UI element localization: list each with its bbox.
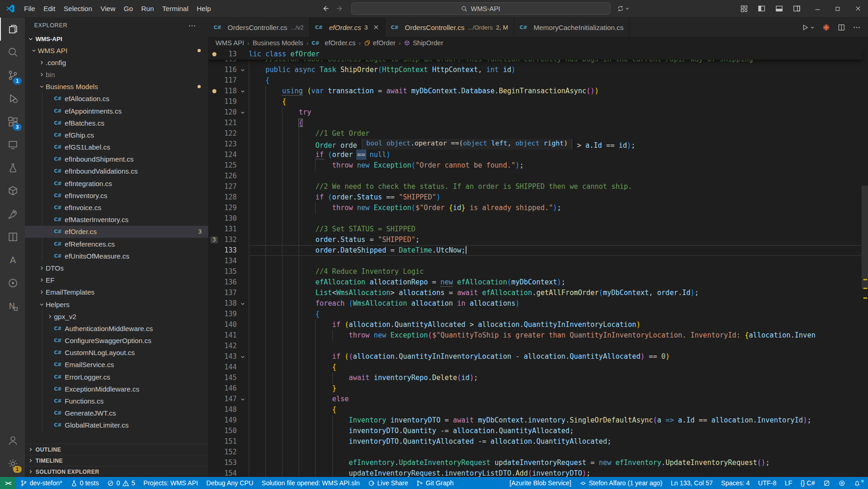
status-problems[interactable]: 05	[103, 479, 139, 487]
explorer-more-actions-icon[interactable]: ⋯	[188, 21, 196, 30]
fold-icon[interactable]	[237, 298, 249, 309]
code-line-116[interactable]: 116 public async Task ShipOrder(HttpCont…	[208, 65, 862, 75]
tree-item-DTOs[interactable]: DTOs	[25, 262, 208, 274]
status-notifications[interactable]	[850, 480, 868, 487]
code-line-124[interactable]: 124 if (order == null)	[208, 150, 862, 160]
panel-left-toggle[interactable]	[754, 2, 769, 16]
tree-item-efInboundShipment.cs[interactable]: C#efInboundShipment.cs	[25, 153, 208, 165]
code-line-121[interactable]: 121 {	[208, 118, 862, 128]
code-line-119[interactable]: 119 {	[208, 97, 862, 107]
tree-item-efReferences.cs[interactable]: C#efReferences.cs	[25, 238, 208, 250]
code-line-147[interactable]: 147 else	[208, 394, 862, 404]
fold-icon[interactable]	[237, 107, 249, 118]
tree-item-efIntegration.cs[interactable]: C#efIntegration.cs	[25, 177, 208, 189]
menu-run[interactable]: Run	[137, 0, 158, 18]
tree-item-GlobalRateLimiter.cs[interactable]: C#GlobalRateLimiter.cs	[25, 419, 208, 431]
tree-item-Functions.cs[interactable]: C#Functions.cs	[25, 395, 208, 407]
code-line-120[interactable]: 120 try	[208, 107, 862, 118]
editor-more-actions[interactable]	[853, 24, 861, 31]
tree-item-gpx_v2[interactable]: gpx_v2	[25, 310, 208, 322]
run-button[interactable]	[801, 24, 815, 31]
activitybar-testing[interactable]	[0, 156, 25, 179]
fold-icon[interactable]	[237, 394, 249, 404]
sync-dropdown-icon[interactable]	[617, 5, 630, 12]
tree-item-.config[interactable]: .config	[25, 56, 208, 68]
code-line-141[interactable]: 141 throw new Exception($"QuantityToShip…	[208, 330, 862, 341]
tree-item-EmailService.cs[interactable]: C#EmailService.cs	[25, 359, 208, 371]
activitybar-nuget[interactable]: N	[0, 295, 25, 318]
activitybar-run-and-debug[interactable]	[0, 87, 25, 110]
tab-OrdersController.cs[interactable]: C#OrdersController.cs.../v2	[208, 18, 310, 37]
activitybar-sonar[interactable]	[0, 272, 25, 295]
status-projects[interactable]: Projects: WMS API	[139, 479, 202, 487]
code-line-133[interactable]: 133 order.DateShipped = DateTime.UtcNow;	[208, 245, 862, 256]
code-line-143[interactable]: 143 if ((allocation.QuantityInInventoryL…	[208, 351, 862, 362]
tree-item-efOrder.cs[interactable]: C#efOrder.cs3	[25, 226, 208, 238]
panel-right-toggle[interactable]	[789, 2, 804, 16]
fold-icon[interactable]	[237, 86, 249, 97]
activitybar-live-share[interactable]	[0, 225, 25, 248]
tree-item-efInboundValidations.cs[interactable]: C#efInboundValidations.cs	[25, 165, 208, 177]
menu-help[interactable]: Help	[192, 0, 215, 18]
breadcrumb-WMS-API[interactable]: WMS API	[216, 39, 244, 47]
code-line-150[interactable]: 150 inventoryDTO.Quantity -= allocation.…	[208, 426, 862, 436]
forward-arrow-icon[interactable]	[336, 5, 344, 12]
menu-go[interactable]: Go	[120, 0, 137, 18]
activitybar-accounts[interactable]	[0, 429, 25, 452]
code-line-149[interactable]: 149 Inventory inventoryDTO = await myDbC…	[208, 415, 862, 426]
tree-item-CustomNLogLayout.cs[interactable]: C#CustomNLogLayout.cs	[25, 347, 208, 359]
status-eol[interactable]: LF	[781, 479, 796, 487]
tab-OrdersController.cs[interactable]: C#OrdersController.cs.../Orders2, M	[385, 18, 514, 37]
menu-selection[interactable]: Selection	[60, 0, 96, 18]
section-timeline[interactable]: TIMELINE	[25, 455, 208, 466]
activitybar-explorer[interactable]	[0, 18, 25, 41]
workspace-section-header[interactable]: WMS-API	[25, 33, 208, 44]
code-line-132[interactable]: 3132 order.Status = "SHIPPED";	[208, 235, 862, 245]
activitybar-remote-explorer[interactable]	[0, 133, 25, 156]
sticky-scroll-line[interactable]: 13lic class efOrder	[208, 49, 862, 60]
code-line-146[interactable]: 146 }	[208, 383, 862, 394]
tree-item-efGhip.cs[interactable]: C#efGhip.cs	[25, 129, 208, 141]
status-solution[interactable]: Solution file opened: WMS API.sln	[257, 479, 364, 487]
tree-item-efGS1Label.cs[interactable]: C#efGS1Label.cs	[25, 141, 208, 153]
activitybar-admin-toolkit[interactable]: A	[0, 248, 25, 272]
tree-item-Helpers[interactable]: Helpers	[25, 298, 208, 310]
tree-item-efAppointments.cs[interactable]: C#efAppointments.cs	[25, 105, 208, 117]
status-remote-indicator[interactable]: ><	[0, 477, 16, 489]
code-line-138[interactable]: 138 foreach (WmsAllocation allocation in…	[208, 298, 862, 309]
activitybar-source-control[interactable]: 1	[0, 64, 25, 87]
activitybar-manage[interactable]: 1	[0, 452, 25, 475]
tree-item-ExceptionMiddleware.cs[interactable]: C#ExceptionMiddleware.cs	[25, 383, 208, 395]
code-line-137[interactable]: 137 List<WmsAllocation> allocations = aw…	[208, 288, 862, 298]
section-solution-explorer[interactable]: SOLUTION EXPLORER	[25, 466, 208, 477]
code-line-154[interactable]: 154 updateInventoryRequest.inventoryList…	[208, 468, 862, 477]
code-line-142[interactable]: 142	[208, 341, 862, 351]
status-ext-status-b[interactable]	[834, 480, 850, 487]
maximize-button[interactable]	[827, 0, 848, 18]
code-line-126[interactable]: 126	[208, 171, 862, 181]
status-cursor-position[interactable]: Ln 133, Col 57	[667, 479, 717, 487]
tab-efOrder.cs[interactable]: C#efOrder.cs3	[310, 18, 385, 37]
code-line-131[interactable]: 131 //3 Set STATUS = SHIPPED	[208, 224, 862, 235]
code-line-148[interactable]: 148 {	[208, 404, 862, 415]
tree-item-EF[interactable]: EF	[25, 274, 208, 286]
fold-icon[interactable]	[237, 65, 249, 75]
code-line-151[interactable]: 151 inventoryDTO.QuantityAllocated -= al…	[208, 436, 862, 447]
close-tab-icon[interactable]	[373, 24, 379, 30]
status-azurite[interactable]: [Azurite Blob Service]	[505, 479, 575, 487]
close-window-button[interactable]	[848, 0, 868, 18]
code-line-136[interactable]: 136 efAllocation allocationRepo = new ef…	[208, 277, 862, 288]
status-live-share[interactable]: Live Share	[364, 479, 413, 487]
breadcrumb-ShipOrder[interactable]: ShipOrder	[404, 39, 443, 47]
code-line-125[interactable]: 125 throw new Exception("Order cannot be…	[208, 160, 862, 171]
tree-item-efInventory.cs[interactable]: C#efInventory.cs	[25, 189, 208, 201]
code-line-129[interactable]: 129 throw new Exception($"Order {id} is …	[208, 203, 862, 213]
minimize-button[interactable]	[807, 0, 827, 18]
status-debug-config[interactable]: Debug Any CPU	[202, 479, 257, 487]
breadcrumb-efOrder.cs[interactable]: C#efOrder.cs	[311, 39, 355, 47]
menu-view[interactable]: View	[96, 0, 120, 18]
tree-item-Business-Models[interactable]: Business Models	[25, 81, 208, 93]
code-line-123[interactable]: 123 Order ordebool object.operator ==(ob…	[208, 139, 862, 150]
tree-item-AuthenticationMiddleware.cs[interactable]: C#AuthenticationMiddleware.cs	[25, 322, 208, 334]
code-line-128[interactable]: 128 if (order.Status == "SHIPPED")	[208, 192, 862, 203]
